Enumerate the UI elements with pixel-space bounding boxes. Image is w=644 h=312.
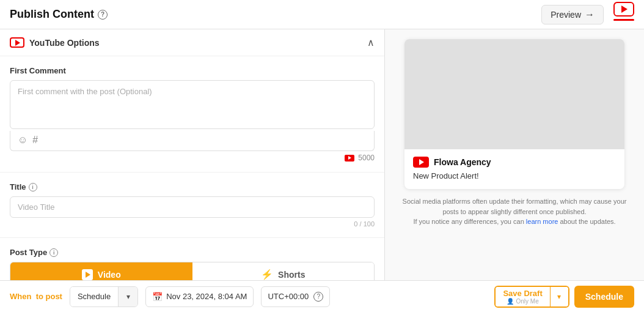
main-layout: YouTube Options ∧ First Comment ☺ # 5000… — [0, 29, 644, 280]
youtube-tab-icon-area — [613, 2, 634, 27]
preview-post-text: New Product Alert! — [413, 171, 616, 180]
preview-youtube-icon — [413, 157, 429, 168]
save-draft-main-button[interactable]: Save Draft 👤 Only Me — [496, 287, 549, 306]
utc-badge[interactable]: UTC+00:00 ? — [261, 286, 330, 307]
post-type-toggle: Video ⚡ Shorts — [10, 262, 375, 280]
top-bar: Publish Content ? Preview → — [0, 0, 644, 29]
youtube-tab-icon[interactable] — [613, 2, 634, 17]
title-input[interactable] — [10, 196, 375, 218]
date-value: Nov 23, 2024, 8:04 AM — [166, 292, 247, 301]
youtube-section-title: YouTube Options — [29, 38, 100, 48]
video-type-button[interactable]: Video — [10, 262, 192, 280]
page-title-text: Publish Content — [10, 8, 94, 21]
preview-channel-name: Flowa Agency — [434, 157, 491, 167]
preview-button[interactable]: Preview → — [541, 5, 604, 24]
utc-help-icon[interactable]: ? — [313, 292, 323, 302]
emoji-icon[interactable]: ☺ — [18, 135, 27, 146]
date-input[interactable]: 📅 Nov 23, 2024, 8:04 AM — [145, 286, 254, 307]
first-comment-label: First Comment — [10, 66, 375, 75]
youtube-section-title-group: YouTube Options — [10, 37, 100, 48]
video-play-icon — [82, 269, 93, 280]
comment-tools-bar: ☺ # — [10, 131, 375, 151]
first-comment-section: First Comment ☺ # 5000 — [0, 56, 384, 173]
shorts-type-button[interactable]: ⚡ Shorts — [192, 262, 375, 280]
preview-card: Flowa Agency New Product Alert! — [404, 39, 624, 189]
shorts-icon: ⚡ — [261, 269, 273, 280]
right-actions: Save Draft 👤 Only Me ▾ Schedule — [494, 286, 634, 308]
save-draft-label: Save Draft — [503, 289, 542, 298]
utc-label: UTC+00:00 — [268, 292, 309, 301]
calendar-icon: 📅 — [152, 292, 163, 302]
preview-arrow-icon: → — [585, 9, 595, 20]
left-panel: YouTube Options ∧ First Comment ☺ # 5000… — [0, 29, 385, 280]
person-icon: 👤 — [507, 298, 514, 305]
first-comment-input[interactable] — [10, 80, 375, 129]
collapse-icon[interactable]: ∧ — [367, 37, 375, 48]
post-type-label-group: Post Type i — [10, 248, 375, 257]
bottom-bar: When to post Schedule ▾ 📅 Nov 23, 2024, … — [0, 280, 644, 312]
schedule-select-arrow-icon[interactable]: ▾ — [118, 287, 137, 306]
shorts-label: Shorts — [278, 270, 305, 280]
video-label: Video — [98, 270, 121, 280]
char-count-row: 5000 — [10, 154, 375, 162]
schedule-button[interactable]: Schedule — [574, 286, 634, 308]
yt-count-icon — [345, 155, 354, 162]
preview-channel-row: Flowa Agency — [413, 157, 616, 168]
post-type-label: Post Type — [10, 248, 47, 257]
schedule-select-text: Schedule — [70, 287, 118, 306]
preview-thumbnail — [404, 39, 624, 149]
when-to-post-label: When to post — [10, 292, 62, 301]
only-me-label: Only Me — [516, 298, 538, 305]
preview-disclaimer: Social media platforms often update thei… — [403, 196, 627, 227]
schedule-select[interactable]: Schedule ▾ — [70, 286, 138, 307]
save-draft-button-group: Save Draft 👤 Only Me ▾ — [494, 286, 569, 308]
title-char-count: 0 / 100 — [10, 220, 375, 228]
char-count: 5000 — [358, 154, 375, 162]
hashtag-icon[interactable]: # — [32, 135, 38, 146]
post-type-section: Post Type i Video ⚡ Shorts — [0, 238, 384, 280]
title-info-icon[interactable]: i — [29, 183, 37, 191]
learn-more-link[interactable]: learn more — [526, 218, 558, 225]
help-icon[interactable]: ? — [98, 10, 108, 20]
page-title: Publish Content ? — [10, 8, 108, 21]
save-draft-dropdown-arrow[interactable]: ▾ — [550, 287, 568, 306]
title-label-group: Title i — [10, 182, 375, 191]
save-draft-chevron: ▾ — [557, 292, 561, 301]
preview-content: Flowa Agency New Product Alert! — [404, 149, 624, 189]
save-draft-sub: 👤 Only Me — [507, 298, 538, 305]
preview-label: Preview — [551, 10, 581, 20]
youtube-section-icon — [10, 37, 24, 48]
youtube-tab-underline — [613, 19, 634, 21]
title-label: Title — [10, 182, 26, 191]
youtube-section-header: YouTube Options ∧ — [0, 29, 384, 56]
title-section: Title i 0 / 100 — [0, 173, 384, 238]
right-panel: Flowa Agency New Product Alert! Social m… — [385, 29, 644, 280]
post-type-info-icon[interactable]: i — [49, 248, 58, 257]
